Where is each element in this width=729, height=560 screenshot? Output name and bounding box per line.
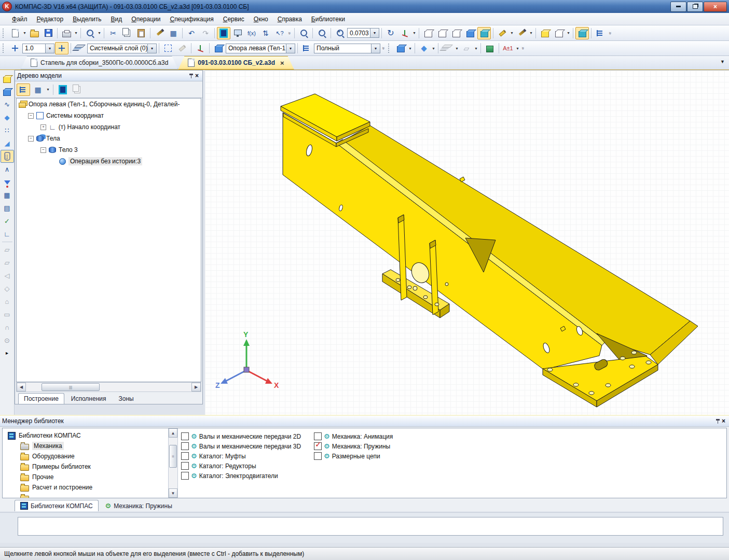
tree-relations-button[interactable] bbox=[71, 83, 84, 96]
simplification-button[interactable] bbox=[496, 27, 509, 39]
plane-tool-dropdown[interactable]: ▾ bbox=[474, 43, 478, 54]
zoom-selected-button[interactable] bbox=[297, 27, 310, 39]
direction-button[interactable]: ◢ bbox=[1, 137, 14, 150]
panel-close-icon[interactable]: × bbox=[194, 72, 200, 79]
tree-item-bodies[interactable]: − Тела bbox=[17, 133, 201, 144]
library-root[interactable]: Библиотеки КОМПАС bbox=[3, 430, 177, 441]
lib-item-reducers[interactable]: ⚙ Каталог: Редукторы bbox=[181, 461, 726, 471]
auto-dimension-button[interactable]: A±1 bbox=[501, 42, 515, 54]
wireframe-button[interactable] bbox=[421, 27, 435, 39]
strip-expand-handle[interactable]: ▸ bbox=[6, 350, 8, 356]
tree-horizontal-scrollbar[interactable]: ◀ ||| ▶ bbox=[16, 382, 201, 392]
layer-combo-arrow[interactable]: ▾ bbox=[147, 44, 156, 53]
tab-versions[interactable]: Исполнения bbox=[65, 393, 112, 404]
dome-tool-button[interactable]: ⌂ bbox=[1, 295, 14, 308]
menu-specification[interactable]: Спецификация bbox=[165, 14, 218, 24]
arrays-button[interactable]: ∷ bbox=[1, 124, 14, 137]
checkbox[interactable] bbox=[181, 442, 189, 450]
doc-tab-stapel[interactable]: Стапель для сборки_3500Пс-00.0000Сб.a3d bbox=[21, 56, 178, 69]
lib-item-springs[interactable]: ✓ ⚙ Механика: Пружины bbox=[314, 441, 393, 451]
scroll-up-arrow[interactable]: ▲ bbox=[169, 428, 177, 438]
coordinate-check-button[interactable] bbox=[194, 42, 207, 54]
view-params-button[interactable] bbox=[515, 27, 528, 39]
checkbox[interactable] bbox=[314, 452, 322, 460]
libman-close-icon[interactable]: × bbox=[720, 417, 727, 425]
context-help-button[interactable]: ↖? bbox=[273, 27, 286, 39]
sort-button[interactable]: ⇅ bbox=[259, 27, 272, 39]
toolbar2b-grip[interactable] bbox=[388, 44, 392, 53]
tab-close-icon[interactable]: × bbox=[278, 59, 284, 67]
menu-libraries[interactable]: Библиотеки bbox=[307, 14, 350, 24]
scroll-thumb[interactable]: ||| bbox=[42, 383, 100, 391]
library-folder-calc[interactable]: Расчет и построение bbox=[3, 482, 177, 493]
save-button[interactable] bbox=[42, 27, 55, 39]
new-document-dropdown[interactable]: ▾ bbox=[22, 27, 27, 39]
preview-button[interactable] bbox=[83, 27, 97, 39]
display-combo[interactable]: Полный ▾ bbox=[314, 44, 380, 53]
vscroll-thumb[interactable]: ≡ bbox=[169, 445, 177, 468]
verify-button[interactable]: ✓ bbox=[1, 215, 14, 228]
clip-button[interactable] bbox=[552, 27, 566, 39]
preview-dropdown[interactable]: ▾ bbox=[97, 27, 102, 39]
auxiliary-geometry-button[interactable] bbox=[1, 150, 14, 163]
redo-button[interactable]: ↷ bbox=[199, 27, 212, 39]
menu-select[interactable]: Выделить bbox=[68, 14, 106, 24]
libman-pin-icon[interactable] bbox=[716, 418, 720, 424]
section-display-button[interactable] bbox=[538, 27, 552, 39]
copy-properties-button[interactable] bbox=[153, 27, 166, 39]
menu-window[interactable]: Окно bbox=[249, 14, 273, 24]
copy-button[interactable] bbox=[120, 27, 134, 39]
cursor-step-button[interactable] bbox=[8, 42, 22, 54]
tab-zones[interactable]: Зоны bbox=[113, 393, 140, 404]
surface-tool-button[interactable] bbox=[441, 42, 454, 54]
properties-panel-button[interactable] bbox=[217, 27, 230, 39]
component-button[interactable] bbox=[212, 42, 225, 54]
print-button[interactable] bbox=[60, 27, 73, 39]
component-combo-arrow[interactable]: ▾ bbox=[286, 44, 295, 53]
checkbox[interactable] bbox=[181, 462, 189, 470]
checkbox[interactable] bbox=[181, 472, 189, 480]
component-combo[interactable]: Опора левая (Тел-1 ▾ bbox=[226, 44, 295, 53]
toolbar2-grip[interactable] bbox=[3, 44, 6, 53]
checkbox[interactable] bbox=[181, 432, 189, 440]
tree-item-body3[interactable]: − Тело 3 bbox=[17, 144, 201, 156]
open-button[interactable] bbox=[27, 27, 41, 39]
toolbar2-overflow[interactable]: » bbox=[381, 46, 386, 51]
display-combo-arrow[interactable]: ▾ bbox=[371, 44, 380, 53]
tree-item-operation[interactable]: Операция без истории:3 bbox=[17, 156, 201, 167]
minimize-button[interactable] bbox=[670, 2, 686, 12]
reports-button[interactable]: ▦ bbox=[1, 189, 14, 202]
menu-editor[interactable]: Редактор bbox=[32, 14, 68, 24]
gear-tool-button[interactable]: ⊙ bbox=[1, 334, 14, 347]
menu-file[interactable]: Файл bbox=[7, 14, 32, 24]
toolbar1-overflow2[interactable]: » bbox=[608, 31, 613, 36]
step-combo[interactable]: 1.0 ▾ bbox=[22, 44, 54, 53]
hidden-lines-button[interactable] bbox=[435, 27, 449, 39]
plane-tool-button[interactable]: ▱ bbox=[460, 42, 473, 54]
paste-button[interactable] bbox=[134, 27, 148, 39]
menu-operations[interactable]: Операции bbox=[127, 14, 165, 24]
collapse-icon-2[interactable]: − bbox=[28, 136, 34, 142]
window-list-dropdown[interactable]: ▼ bbox=[720, 59, 725, 64]
tab-mechanics-springs[interactable]: ⚙ Механика: Пружины bbox=[100, 500, 178, 511]
surface-tool-dropdown[interactable]: ▾ bbox=[455, 43, 459, 54]
layers-button[interactable] bbox=[73, 42, 87, 54]
dimension-box-button[interactable] bbox=[483, 42, 497, 54]
library-folder-clipped[interactable] bbox=[3, 493, 177, 498]
detail-level-button[interactable] bbox=[300, 42, 313, 54]
scroll-right-arrow[interactable]: ▶ bbox=[191, 383, 201, 391]
shaded-edges-button[interactable] bbox=[477, 27, 491, 39]
notebook-button[interactable]: ▤ bbox=[1, 202, 14, 215]
lib-item-motors[interactable]: ⚙ Каталог: Электродвигатели bbox=[181, 471, 726, 481]
library-folder-other[interactable]: Прочие bbox=[3, 472, 177, 482]
hatch-style-button[interactable] bbox=[394, 42, 407, 54]
hatch-style-dropdown[interactable]: ▾ bbox=[408, 43, 412, 54]
scale-combo[interactable]: 0.0703 ▾ bbox=[347, 28, 379, 38]
new-document-button[interactable] bbox=[8, 27, 22, 39]
edit-part-button[interactable] bbox=[1, 72, 14, 85]
tree-item-root[interactable]: Опора левая (Тел-1, Сборочных единиц-0, … bbox=[17, 99, 201, 110]
simplification-dropdown[interactable]: ▾ bbox=[510, 27, 514, 39]
restore-button[interactable] bbox=[687, 2, 703, 12]
toolbar2-overflow2[interactable]: » bbox=[520, 46, 526, 51]
spatial-curves-button[interactable]: ∿ bbox=[1, 98, 14, 111]
